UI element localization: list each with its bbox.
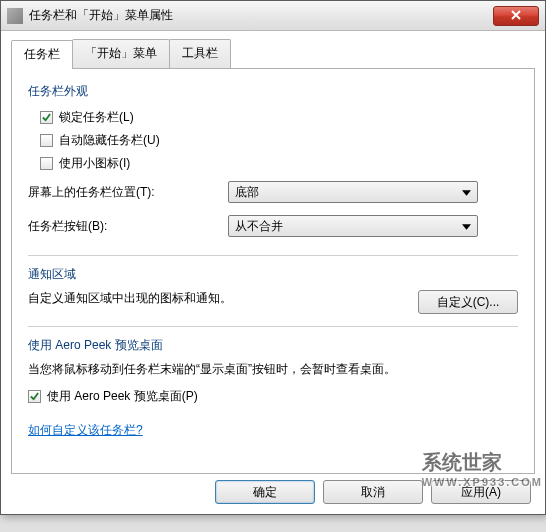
apply-button[interactable]: 应用(A) (431, 480, 531, 504)
checkbox-autohide[interactable]: 自动隐藏任务栏(U) (28, 129, 518, 152)
customize-button[interactable]: 自定义(C)... (418, 290, 518, 314)
row-taskbar-buttons: 任务栏按钮(B): 从不合并 (28, 209, 518, 243)
checkbox-small-icons[interactable]: 使用小图标(I) (28, 152, 518, 175)
cancel-button[interactable]: 取消 (323, 480, 423, 504)
dropdown-value: 底部 (235, 184, 259, 201)
checkbox-label: 使用 Aero Peek 预览桌面(P) (47, 388, 198, 405)
checkbox-icon (40, 111, 53, 124)
group-title-aeropeek: 使用 Aero Peek 预览桌面 (28, 337, 518, 354)
chevron-down-icon (462, 185, 471, 199)
checkbox-label: 锁定任务栏(L) (59, 109, 134, 126)
checkbox-label: 使用小图标(I) (59, 155, 130, 172)
group-notification: 通知区域 自定义通知区域中出现的图标和通知。 自定义(C)... (28, 266, 518, 314)
dialog-footer: 确定 取消 应用(A) (215, 480, 531, 504)
checkbox-icon (28, 390, 41, 403)
ok-button[interactable]: 确定 (215, 480, 315, 504)
checkbox-label: 自动隐藏任务栏(U) (59, 132, 160, 149)
close-icon (511, 9, 521, 23)
group-title-notification: 通知区域 (28, 266, 518, 283)
dialog-window: 任务栏和「开始」菜单属性 任务栏 「开始」菜单 工具栏 任务栏外观 锁定任务栏(… (0, 0, 546, 515)
checkbox-lock-taskbar[interactable]: 锁定任务栏(L) (28, 106, 518, 129)
window-title: 任务栏和「开始」菜单属性 (29, 7, 173, 24)
label-taskbar-buttons: 任务栏按钮(B): (28, 218, 228, 235)
dialog-body: 任务栏 「开始」菜单 工具栏 任务栏外观 锁定任务栏(L) 自动隐藏任务栏(U)… (1, 31, 545, 484)
group-appearance: 任务栏外观 锁定任务栏(L) 自动隐藏任务栏(U) 使用小图标(I) 屏幕上的任… (28, 83, 518, 243)
group-title-appearance: 任务栏外观 (28, 83, 518, 100)
group-aeropeek: 使用 Aero Peek 预览桌面 当您将鼠标移动到任务栏末端的“显示桌面”按钮… (28, 337, 518, 408)
dropdown-value: 从不合并 (235, 218, 283, 235)
titlebar: 任务栏和「开始」菜单属性 (1, 1, 545, 31)
checkbox-icon (40, 157, 53, 170)
divider (28, 255, 518, 256)
chevron-down-icon (462, 219, 471, 233)
row-taskbar-position: 屏幕上的任务栏位置(T): 底部 (28, 175, 518, 209)
checkbox-icon (40, 134, 53, 147)
tab-panel-taskbar: 任务栏外观 锁定任务栏(L) 自动隐藏任务栏(U) 使用小图标(I) 屏幕上的任… (11, 68, 535, 474)
tab-strip: 任务栏 「开始」菜单 工具栏 (11, 39, 535, 68)
checkbox-aeropeek[interactable]: 使用 Aero Peek 预览桌面(P) (28, 385, 518, 408)
close-button[interactable] (493, 6, 539, 26)
dropdown-taskbar-position[interactable]: 底部 (228, 181, 478, 203)
dropdown-taskbar-buttons[interactable]: 从不合并 (228, 215, 478, 237)
tab-toolbars[interactable]: 工具栏 (169, 39, 231, 68)
label-taskbar-position: 屏幕上的任务栏位置(T): (28, 184, 228, 201)
tab-taskbar[interactable]: 任务栏 (11, 40, 73, 69)
tab-startmenu[interactable]: 「开始」菜单 (72, 39, 170, 68)
app-icon (7, 8, 23, 24)
divider (28, 326, 518, 327)
help-link[interactable]: 如何自定义该任务栏? (28, 423, 143, 437)
aeropeek-description: 当您将鼠标移动到任务栏末端的“显示桌面”按钮时，会暂时查看桌面。 (28, 360, 518, 379)
